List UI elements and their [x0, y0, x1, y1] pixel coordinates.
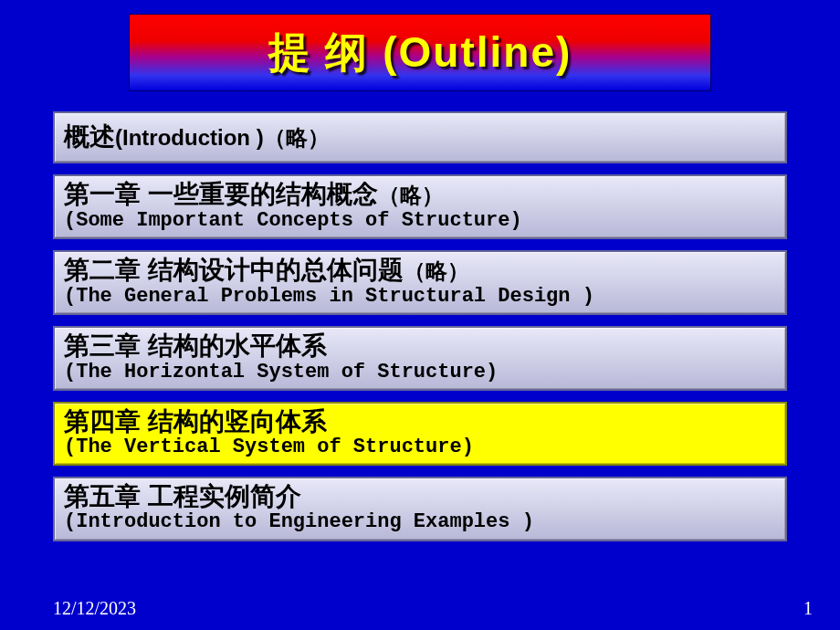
chapter-3: 第三章 结构的水平体系 (The Horizontal System of St…: [53, 326, 787, 390]
chapter-subtitle: (The Vertical System of Structure): [64, 436, 776, 458]
chapter-main: 第二章 结构设计中的总体问题: [64, 256, 404, 284]
chapter-suffix: （略）: [404, 258, 469, 283]
chapter-intro: 概述(Introduction )（略）: [53, 111, 787, 163]
chapter-main: 概述: [64, 122, 115, 151]
chapter-subtitle: (Introduction to Engineering Examples ): [64, 511, 776, 533]
outline-list: 概述(Introduction )（略） 第一章 一些重要的结构概念（略） (S…: [0, 91, 840, 541]
chapter-subtitle: (The Horizontal System of Structure): [64, 362, 776, 383]
chapter-4-current: 第四章 结构的竖向体系 (The Vertical System of Stru…: [53, 402, 787, 466]
chapter-subtitle: (The General Problems in Structural Desi…: [64, 286, 776, 308]
chapter-suffix: （略）: [378, 183, 444, 207]
chapter-main: 第五章 工程实例简介: [64, 482, 301, 510]
slide-title: 提 纲 (Outline): [268, 25, 572, 81]
chapter-1: 第一章 一些重要的结构概念（略） (Some Important Concept…: [53, 174, 787, 239]
footer-date: 12/12/2023: [53, 598, 136, 619]
chapter-5: 第五章 工程实例简介 (Introduction to Engineering …: [53, 477, 787, 541]
footer-page-number: 1: [803, 598, 813, 619]
title-banner: 提 纲 (Outline): [129, 14, 711, 91]
slide-footer: 12/12/2023 1: [0, 598, 840, 619]
chapter-main: 第三章 结构的水平体系: [64, 331, 327, 360]
chapter-main: 第一章 一些重要的结构概念: [64, 180, 378, 208]
chapter-subtitle: (Some Important Concepts of Structure): [64, 210, 776, 232]
chapter-2: 第二章 结构设计中的总体问题（略） (The General Problems …: [53, 250, 787, 315]
chapter-main: 第四章 结构的竖向体系: [64, 407, 327, 436]
chapter-suffix: (Introduction )（略）: [115, 125, 330, 150]
